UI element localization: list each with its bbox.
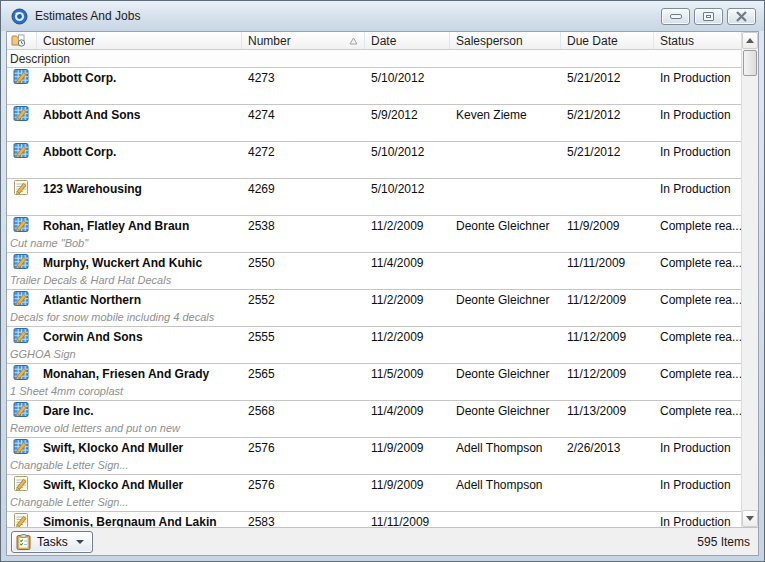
column-header-customer[interactable]: Customer (37, 32, 242, 49)
row-number: 2550 (242, 255, 365, 270)
row-number: 2576 (242, 440, 365, 455)
row-icon-cell (7, 400, 37, 421)
row-status: In Production (654, 144, 741, 159)
column-header-number[interactable]: Number (242, 32, 365, 49)
row-date: 11/4/2009 (365, 255, 450, 270)
row-salesperson (450, 151, 561, 152)
row-due-date: 11/12/2009 (561, 292, 654, 307)
estimate-row[interactable]: Abbott And Sons 4274 5/9/2012 Keven Ziem… (7, 105, 741, 142)
items-count: 595 Items (697, 535, 750, 549)
row-salesperson: Deonte Gleichner (450, 292, 561, 307)
row-number: 2552 (242, 292, 365, 307)
minimize-button[interactable] (661, 8, 690, 25)
estimate-row[interactable]: Abbott Corp. 4273 5/10/2012 5/21/2012 In… (7, 68, 741, 105)
row-date: 5/10/2012 (365, 181, 450, 196)
row-due-date: 11/12/2009 (561, 329, 654, 344)
column-header-customer-label: Customer (43, 34, 95, 48)
row-icon-cell (7, 474, 37, 495)
row-description (7, 87, 741, 104)
description-band-label: Description (10, 52, 70, 66)
row-salesperson: Keven Zieme (450, 107, 561, 122)
tasks-button[interactable]: Tasks (11, 531, 93, 553)
row-number: 2565 (242, 366, 365, 381)
row-status: Complete rea... (654, 366, 741, 381)
row-status: In Production (654, 70, 741, 85)
scroll-down-icon (746, 516, 754, 521)
scrollbar-down-button[interactable] (742, 510, 758, 527)
row-due-date: 11/9/2009 (561, 218, 654, 233)
row-status: Complete rea... (654, 218, 741, 233)
column-header-status[interactable]: Status (654, 32, 741, 49)
row-customer: Corwin And Sons (37, 329, 242, 344)
row-date: 5/10/2012 (365, 144, 450, 159)
estimate-row[interactable]: Corwin And Sons 2555 11/2/2009 11/12/200… (7, 327, 741, 364)
sort-ascending-icon (349, 37, 358, 45)
row-salesperson (450, 521, 561, 522)
column-header-salesperson-label: Salesperson (456, 34, 523, 48)
column-header-salesperson[interactable]: Salesperson (450, 32, 561, 49)
row-description: Trailer Decals & Hard Hat Decals (7, 272, 741, 289)
row-date: 11/5/2009 (365, 366, 450, 381)
estimate-row[interactable]: Simonis, Bergnaum And Lakin 2583 11/11/2… (7, 512, 741, 527)
row-due-date: 5/21/2012 (561, 107, 654, 122)
row-customer: Murphy, Wuckert And Kuhic (37, 255, 242, 270)
estimate-row[interactable]: Murphy, Wuckert And Kuhic 2550 11/4/2009… (7, 253, 741, 290)
row-status: In Production (654, 440, 741, 455)
maximize-button[interactable] (694, 8, 723, 25)
estimate-row[interactable]: Monahan, Friesen And Grady 2565 11/5/200… (7, 364, 741, 401)
row-type-icon (13, 438, 30, 455)
row-salesperson: Adell Thompson (450, 440, 561, 455)
row-icon-cell (7, 252, 37, 273)
scroll-up-icon (746, 38, 754, 43)
row-salesperson (450, 188, 561, 189)
row-icon-cell (7, 141, 37, 162)
estimate-row[interactable]: Dare Inc. 2568 11/4/2009 Deonte Gleichne… (7, 401, 741, 438)
row-icon-cell (7, 104, 37, 125)
row-description: 1 Sheet 4mm coroplast (7, 383, 741, 400)
row-customer: 123 Warehousing (37, 181, 242, 196)
row-due-date: 2/26/2013 (561, 440, 654, 455)
tasks-dropdown-caret-icon (76, 540, 84, 544)
column-header-due-date-label: Due Date (567, 34, 618, 48)
scrollbar-thumb[interactable] (743, 50, 757, 76)
vertical-scrollbar[interactable] (741, 32, 758, 527)
row-status: In Production (654, 514, 741, 527)
scrollbar-up-button[interactable] (742, 32, 758, 49)
estimate-row[interactable]: Swift, Klocko And Muller 2576 11/9/2009 … (7, 438, 741, 475)
description-band: Description (7, 50, 741, 68)
row-date: 11/2/2009 (365, 292, 450, 307)
row-customer: Dare Inc. (37, 403, 242, 418)
row-description: Remove old letters and put on new (7, 420, 741, 437)
row-customer: Abbott And Sons (37, 107, 242, 122)
row-salesperson (450, 336, 561, 337)
column-header-date[interactable]: Date (365, 32, 450, 49)
column-header-row: Customer Number Date Salesperson Due Dat… (7, 32, 741, 50)
close-icon (735, 11, 748, 22)
row-icon-cell (7, 215, 37, 236)
row-description: Changable Letter Sign... (7, 494, 741, 511)
estimate-row[interactable]: Abbott Corp. 4272 5/10/2012 5/21/2012 In… (7, 142, 741, 179)
estimate-row[interactable]: Rohan, Flatley And Braun 2538 11/2/2009 … (7, 216, 741, 253)
client-area: Customer Number Date Salesperson Due Dat… (6, 31, 759, 556)
column-header-due-date[interactable]: Due Date (561, 32, 654, 49)
estimate-row[interactable]: Swift, Klocko And Muller 2576 11/9/2009 … (7, 475, 741, 512)
row-date: 11/2/2009 (365, 329, 450, 344)
row-type-icon (13, 142, 30, 159)
row-status: In Production (654, 181, 741, 196)
close-button[interactable] (727, 8, 756, 25)
estimate-row[interactable]: 123 Warehousing 4269 5/10/2012 In Produc… (7, 179, 741, 216)
column-header-icon[interactable] (7, 32, 37, 49)
row-icon-cell (7, 363, 37, 384)
rows-viewport: Abbott Corp. 4273 5/10/2012 5/21/2012 In… (7, 68, 741, 527)
row-number: 2555 (242, 329, 365, 344)
window-title: Estimates And Jobs (35, 9, 140, 23)
scrollbar-track[interactable] (742, 77, 758, 510)
row-type-icon (13, 364, 30, 381)
row-description: Changable Letter Sign... (7, 457, 741, 474)
row-due-date (561, 484, 654, 485)
row-salesperson: Adell Thompson (450, 477, 561, 492)
estimates-and-jobs-window: Estimates And Jobs (0, 0, 765, 562)
row-icon-cell (7, 178, 37, 199)
estimate-row[interactable]: Atlantic Northern 2552 11/2/2009 Deonte … (7, 290, 741, 327)
row-type-icon (13, 327, 30, 344)
